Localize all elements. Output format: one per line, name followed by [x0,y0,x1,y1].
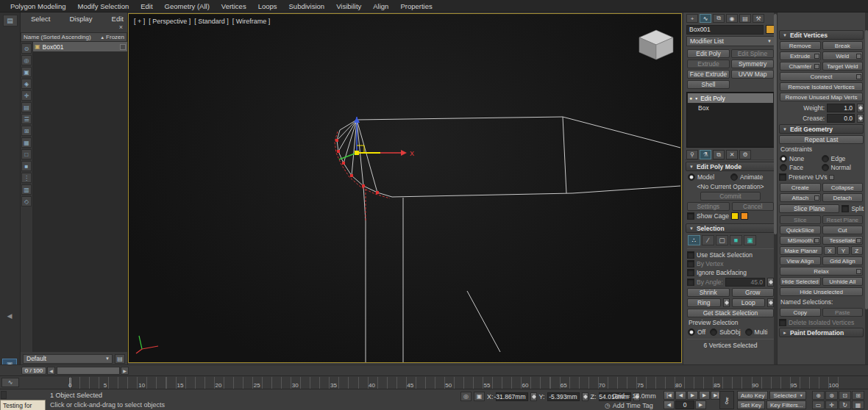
settings-box-icon[interactable] [856,238,861,243]
cage-color-swatch[interactable] [731,212,739,220]
scene-explorer-list[interactable]: ▣ Box001 [33,42,127,352]
vertex-mode-icon[interactable]: ∴ [688,235,700,245]
explorer-tool-icon[interactable]: ⊞ [21,126,32,136]
explorer-settings-icon[interactable]: ▤ [115,354,125,364]
isolate-selection-icon[interactable]: ◎ [460,392,472,401]
expand-icon[interactable]: ▼ [694,96,698,101]
orbit-icon[interactable]: ↻ [839,400,851,409]
weld-button[interactable]: Weld [822,51,864,60]
border-mode-icon[interactable]: ▢ [716,235,728,245]
loop-button[interactable]: Loop [732,298,766,307]
show-end-result-icon[interactable]: ⚗ [700,150,711,159]
modifier-set-button[interactable]: Face Extrude [687,70,730,79]
zoom-extents-icon[interactable]: ⊡ [839,391,851,400]
polygon-mode-icon[interactable]: ■ [730,235,742,245]
slice-plane-button[interactable]: Slice Plane [779,204,839,213]
crease-spinner[interactable] [857,114,864,123]
menu-item[interactable]: Properties [394,1,438,11]
explorer-tool-icon[interactable]: ◇ [21,196,32,206]
remove-modifier-icon[interactable]: ✕ [726,150,738,159]
make-unique-icon[interactable]: ⧉ [713,150,725,159]
play-button[interactable]: ▶ [687,391,698,400]
make-planar-button[interactable]: Make Planar [780,246,822,255]
modifier-set-button[interactable]: UVW Map [731,70,774,79]
track-bar[interactable]: ∿ 05101520253035404550556065707580859095… [0,375,868,389]
zoom-icon[interactable]: ⊕ [812,391,825,400]
cut-button[interactable]: Cut [822,226,864,234]
modifier-stack-row[interactable]: ● ▼ Edit Poly [688,93,773,103]
settings-box-icon[interactable] [856,74,861,79]
view-align-button[interactable]: View Align [780,256,821,265]
detach-button[interactable]: Detach [822,193,864,202]
sort-ascending-icon[interactable]: ▲ [100,35,104,40]
explorer-tool-icon[interactable]: ▤ [21,102,32,112]
cage-selected-color-swatch[interactable] [741,212,748,220]
gizmo-center[interactable] [355,151,359,155]
preview-subobj-radio[interactable]: SubObj [710,328,740,336]
name-column-header[interactable]: Name (Sorted Ascending) [24,34,99,40]
msmooth-button[interactable]: MSmooth [780,236,821,245]
tab-utilities-icon[interactable]: ⚒ [753,14,764,23]
scene-object-row[interactable]: ▣ Box001 [33,42,127,51]
rollout-header-edit-poly-mode[interactable]: ▼ Edit Poly Mode [686,162,775,171]
settings-box-icon[interactable] [856,269,861,274]
previous-frame-button[interactable]: ◀ [675,391,686,400]
connect-button[interactable]: Connect [780,72,863,81]
settings-box-icon[interactable] [814,238,819,243]
modifier-set-button[interactable]: Shell [687,80,730,89]
tab-display-icon[interactable]: ▤ [739,14,751,23]
rollout-header-selection[interactable]: ▼ Selection [686,223,775,233]
time-slider[interactable]: 0 / 100 ◀ ▶ [0,364,868,375]
viewport-render-preset-menu[interactable]: [ Standard ] [194,18,229,25]
add-time-tag[interactable]: ◷ Add Time Tag [605,402,653,409]
zoom-region-icon[interactable]: ⊞ [852,391,864,400]
viewport-canvas[interactable]: X [129,14,681,362]
zoom-all-icon[interactable]: ⊛ [825,391,838,400]
gizmo-y-axis[interactable] [339,153,357,159]
frozen-checkbox[interactable] [120,44,126,50]
set-key-button[interactable]: Set Key [737,400,765,409]
viewcube[interactable] [639,30,673,60]
time-slider-handle[interactable]: 0 / 100 [21,367,46,375]
planar-z-button[interactable]: Z [851,246,863,255]
explorer-tool-icon[interactable]: □ [21,149,32,159]
relax-button[interactable]: Relax [780,267,863,276]
dock-top-icon[interactable]: ▤ [3,15,18,26]
extrude-button[interactable]: Extrude [780,51,821,60]
auto-key-button[interactable]: Auto Key [737,391,768,400]
use-stack-selection-checkbox[interactable]: Use Stack Selection [687,251,753,259]
frozen-column-header[interactable]: Frozen [106,34,124,40]
loop-spinner[interactable] [767,298,774,307]
explorer-tool-icon[interactable]: ▣ [21,67,32,77]
explorer-menu-item[interactable]: Select [25,14,56,22]
time-slider-next-icon[interactable]: ▶ [121,367,129,375]
unhide-all-button[interactable]: Unhide All [822,277,864,286]
maxscript-mini-listener[interactable]: Testing for [0,400,46,410]
menu-item[interactable]: Vertices [216,1,252,11]
grow-button[interactable]: Grow [732,288,775,297]
collapse-button[interactable]: Collapse [822,183,864,192]
menu-item[interactable]: Polygon Modeling [4,1,72,11]
explorer-tool-icon[interactable]: ▦ [21,137,32,148]
modifier-stack-row[interactable]: Box [688,103,773,112]
pan-icon[interactable]: ✛ [825,400,838,409]
crease-field[interactable]: 0.0 [827,114,855,123]
perspective-viewport[interactable]: [ + ][ Perspective ][ Standard ][ Wirefr… [128,13,682,363]
remove-isolated-vertices-button[interactable]: Remove Isolated Vertices [780,82,863,91]
hide-unselected-button[interactable]: Hide Unselected [780,287,863,296]
constraint-edge-radio[interactable]: Edge [822,155,864,162]
planar-y-button[interactable]: Y [837,246,849,255]
mini-curve-editor-button[interactable]: ∿ [1,378,19,387]
key-mode-dropdown[interactable]: Selected ▼ [769,391,805,400]
get-stack-selection-button[interactable]: Get Stack Selection [687,309,774,317]
fov-icon[interactable]: ▭ [812,400,825,409]
tab-motion-icon[interactable]: ◉ [726,14,738,23]
attach-button[interactable]: Attach [780,193,821,202]
break-button[interactable]: Break [822,41,864,50]
remove-button[interactable]: Remove [780,41,821,50]
maximize-viewport-icon[interactable]: ▦ [852,400,864,409]
preview-multi-radio[interactable]: Multi [745,328,768,336]
explorer-tool-icon[interactable]: ⋮ [21,173,32,183]
explorer-menu-item[interactable]: Display [63,14,98,22]
copy-button[interactable]: Copy [780,308,821,317]
